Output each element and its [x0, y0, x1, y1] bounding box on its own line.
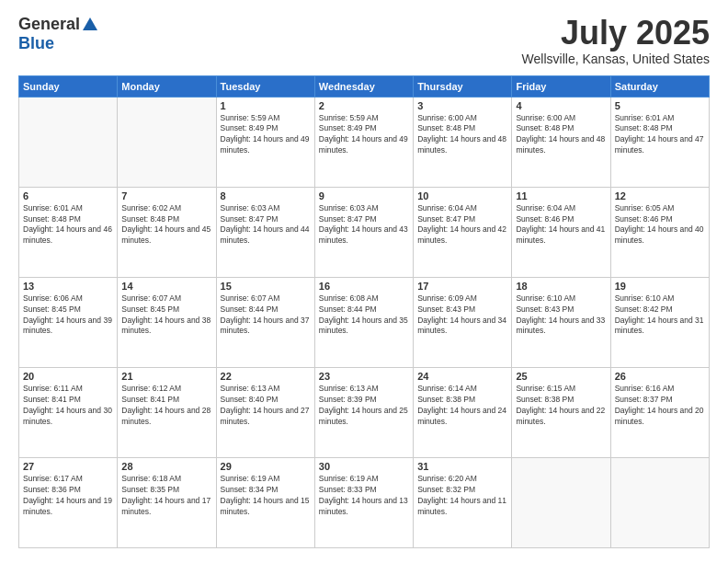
day-number: 12: [615, 190, 705, 201]
day-number: 31: [417, 461, 507, 472]
col-wednesday: Wednesday: [314, 75, 413, 97]
cell-sun-info: Sunrise: 6:12 AM Sunset: 8:41 PM Dayligh…: [121, 384, 211, 428]
table-row: 29Sunrise: 6:19 AM Sunset: 8:34 PM Dayli…: [216, 457, 314, 547]
cell-sun-info: Sunrise: 6:06 AM Sunset: 8:45 PM Dayligh…: [23, 293, 113, 338]
day-number: 8: [221, 190, 311, 201]
cell-sun-info: Sunrise: 6:04 AM Sunset: 8:46 PM Dayligh…: [516, 203, 606, 247]
cell-sun-info: Sunrise: 6:13 AM Sunset: 8:40 PM Dayligh…: [221, 384, 311, 428]
cell-sun-info: Sunrise: 6:02 AM Sunset: 8:48 PM Dayligh…: [121, 203, 211, 247]
cell-sun-info: Sunrise: 6:03 AM Sunset: 8:47 PM Dayligh…: [221, 203, 311, 247]
table-row: 31Sunrise: 6:20 AM Sunset: 8:32 PM Dayli…: [414, 457, 512, 547]
table-row: 20Sunrise: 6:11 AM Sunset: 8:41 PM Dayli…: [19, 367, 118, 457]
day-number: 25: [516, 371, 606, 382]
logo: General Blue: [18, 15, 97, 53]
day-number: 9: [319, 190, 409, 201]
cell-sun-info: Sunrise: 6:00 AM Sunset: 8:48 PM Dayligh…: [516, 113, 606, 157]
cell-sun-info: Sunrise: 6:07 AM Sunset: 8:44 PM Dayligh…: [221, 293, 311, 338]
calendar-week-row: 13Sunrise: 6:06 AM Sunset: 8:45 PM Dayli…: [19, 277, 710, 367]
table-row: 3Sunrise: 6:00 AM Sunset: 8:48 PM Daylig…: [414, 97, 512, 187]
table-row: 16Sunrise: 6:08 AM Sunset: 8:44 PM Dayli…: [314, 277, 413, 367]
day-number: 16: [319, 281, 409, 292]
cell-sun-info: Sunrise: 6:10 AM Sunset: 8:42 PM Dayligh…: [615, 293, 705, 338]
table-row: 22Sunrise: 6:13 AM Sunset: 8:40 PM Dayli…: [216, 367, 314, 457]
table-row: 30Sunrise: 6:19 AM Sunset: 8:33 PM Dayli…: [314, 457, 413, 547]
cell-sun-info: Sunrise: 6:04 AM Sunset: 8:47 PM Dayligh…: [417, 203, 507, 247]
cell-sun-info: Sunrise: 6:14 AM Sunset: 8:38 PM Dayligh…: [417, 384, 507, 428]
day-number: 7: [121, 190, 211, 201]
table-row: 24Sunrise: 6:14 AM Sunset: 8:38 PM Dayli…: [414, 367, 512, 457]
day-number: 11: [516, 190, 606, 201]
calendar-week-row: 20Sunrise: 6:11 AM Sunset: 8:41 PM Dayli…: [19, 367, 710, 457]
day-number: 20: [23, 371, 113, 382]
day-number: 2: [319, 100, 409, 111]
title-section: July 2025 Wellsville, Kansas, United Sta…: [522, 15, 710, 66]
cell-sun-info: Sunrise: 6:03 AM Sunset: 8:47 PM Dayligh…: [319, 203, 409, 247]
table-row: [512, 457, 610, 547]
calendar-week-row: 1Sunrise: 5:59 AM Sunset: 8:49 PM Daylig…: [19, 97, 710, 187]
calendar-week-row: 27Sunrise: 6:17 AM Sunset: 8:36 PM Dayli…: [19, 457, 710, 547]
logo-blue: Blue: [18, 34, 54, 52]
table-row: 21Sunrise: 6:12 AM Sunset: 8:41 PM Dayli…: [118, 367, 216, 457]
day-number: 5: [615, 100, 705, 111]
calendar-header-row: Sunday Monday Tuesday Wednesday Thursday…: [19, 75, 710, 97]
logo-triangle-icon: [83, 17, 97, 30]
table-row: 4Sunrise: 6:00 AM Sunset: 8:48 PM Daylig…: [512, 97, 610, 187]
table-row: 5Sunrise: 6:01 AM Sunset: 8:48 PM Daylig…: [610, 97, 709, 187]
header: General Blue July 2025 Wellsville, Kansa…: [18, 15, 710, 66]
cell-sun-info: Sunrise: 6:13 AM Sunset: 8:39 PM Dayligh…: [319, 384, 409, 428]
cell-sun-info: Sunrise: 6:07 AM Sunset: 8:45 PM Dayligh…: [121, 293, 211, 338]
day-number: 15: [221, 281, 311, 292]
table-row: 19Sunrise: 6:10 AM Sunset: 8:42 PM Dayli…: [610, 277, 709, 367]
col-saturday: Saturday: [610, 75, 709, 97]
page: General Blue July 2025 Wellsville, Kansa…: [0, 0, 728, 563]
cell-sun-info: Sunrise: 6:08 AM Sunset: 8:44 PM Dayligh…: [319, 293, 409, 338]
cell-sun-info: Sunrise: 6:18 AM Sunset: 8:35 PM Dayligh…: [121, 474, 211, 518]
table-row: 18Sunrise: 6:10 AM Sunset: 8:43 PM Dayli…: [512, 277, 610, 367]
table-row: 1Sunrise: 5:59 AM Sunset: 8:49 PM Daylig…: [216, 97, 314, 187]
cell-sun-info: Sunrise: 6:00 AM Sunset: 8:48 PM Dayligh…: [417, 113, 507, 157]
day-number: 27: [23, 461, 113, 472]
day-number: 29: [221, 461, 311, 472]
table-row: 25Sunrise: 6:15 AM Sunset: 8:38 PM Dayli…: [512, 367, 610, 457]
cell-sun-info: Sunrise: 6:01 AM Sunset: 8:48 PM Dayligh…: [615, 113, 705, 157]
cell-sun-info: Sunrise: 6:11 AM Sunset: 8:41 PM Dayligh…: [23, 384, 113, 428]
cell-sun-info: Sunrise: 6:01 AM Sunset: 8:48 PM Dayligh…: [23, 203, 113, 247]
day-number: 19: [615, 281, 705, 292]
cell-sun-info: Sunrise: 6:15 AM Sunset: 8:38 PM Dayligh…: [516, 384, 606, 428]
col-friday: Friday: [512, 75, 610, 97]
day-number: 24: [417, 371, 507, 382]
table-row: [118, 97, 216, 187]
day-number: 6: [23, 190, 113, 201]
table-row: 13Sunrise: 6:06 AM Sunset: 8:45 PM Dayli…: [19, 277, 118, 367]
table-row: [19, 97, 118, 187]
day-number: 30: [319, 461, 409, 472]
col-tuesday: Tuesday: [216, 75, 314, 97]
table-row: 15Sunrise: 6:07 AM Sunset: 8:44 PM Dayli…: [216, 277, 314, 367]
day-number: 13: [23, 281, 113, 292]
table-row: 9Sunrise: 6:03 AM Sunset: 8:47 PM Daylig…: [314, 187, 413, 277]
day-number: 3: [417, 100, 507, 111]
day-number: 17: [417, 281, 507, 292]
day-number: 22: [221, 371, 311, 382]
cell-sun-info: Sunrise: 5:59 AM Sunset: 8:49 PM Dayligh…: [319, 113, 409, 157]
cell-sun-info: Sunrise: 6:10 AM Sunset: 8:43 PM Dayligh…: [516, 293, 606, 338]
table-row: 6Sunrise: 6:01 AM Sunset: 8:48 PM Daylig…: [19, 187, 118, 277]
month-title: July 2025: [522, 15, 710, 52]
day-number: 18: [516, 281, 606, 292]
table-row: 17Sunrise: 6:09 AM Sunset: 8:43 PM Dayli…: [414, 277, 512, 367]
calendar-week-row: 6Sunrise: 6:01 AM Sunset: 8:48 PM Daylig…: [19, 187, 710, 277]
day-number: 21: [121, 371, 211, 382]
table-row: 28Sunrise: 6:18 AM Sunset: 8:35 PM Dayli…: [118, 457, 216, 547]
day-number: 23: [319, 371, 409, 382]
table-row: 12Sunrise: 6:05 AM Sunset: 8:46 PM Dayli…: [610, 187, 709, 277]
day-number: 14: [121, 281, 211, 292]
cell-sun-info: Sunrise: 6:16 AM Sunset: 8:37 PM Dayligh…: [615, 384, 705, 428]
col-sunday: Sunday: [19, 75, 118, 97]
table-row: 26Sunrise: 6:16 AM Sunset: 8:37 PM Dayli…: [610, 367, 709, 457]
cell-sun-info: Sunrise: 5:59 AM Sunset: 8:49 PM Dayligh…: [221, 113, 311, 157]
table-row: 14Sunrise: 6:07 AM Sunset: 8:45 PM Dayli…: [118, 277, 216, 367]
day-number: 26: [615, 371, 705, 382]
table-row: 10Sunrise: 6:04 AM Sunset: 8:47 PM Dayli…: [414, 187, 512, 277]
cell-sun-info: Sunrise: 6:19 AM Sunset: 8:33 PM Dayligh…: [319, 474, 409, 518]
day-number: 1: [221, 100, 311, 111]
